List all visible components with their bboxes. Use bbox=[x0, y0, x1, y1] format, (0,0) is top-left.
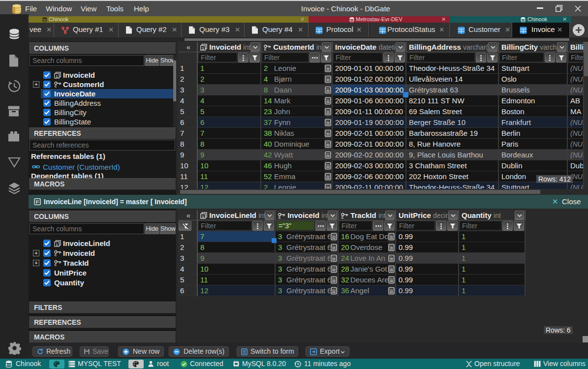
svg-text:1: 1 bbox=[202, 214, 204, 218]
svg-text:1: 1 bbox=[202, 46, 204, 50]
svg-text:1: 1 bbox=[56, 74, 58, 79]
svg-text:1: 1 bbox=[56, 243, 58, 247]
